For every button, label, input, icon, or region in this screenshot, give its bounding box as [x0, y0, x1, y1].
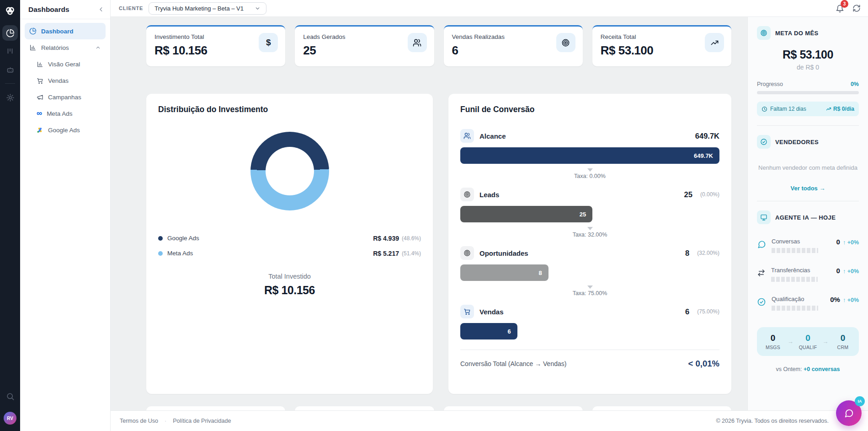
megaphone-icon — [37, 94, 43, 101]
legend-row-meta-ads: Meta Ads R$ 5.217 (51.4%) — [158, 246, 421, 261]
check-circle-icon — [757, 135, 771, 149]
rail-divider — [5, 83, 15, 84]
privacy-link[interactable]: Política de Privacidade — [173, 418, 231, 424]
icon-rail: RV — [0, 0, 20, 431]
right-panel: META DO MÊS R$ 53.100 de R$ 0 Progresso … — [747, 17, 868, 410]
clipped-card — [146, 406, 285, 410]
trend-up-icon — [705, 33, 724, 52]
ai-pipeline-summary: 0 MSGS → 0 QUALIF → 0 CRM — [757, 327, 859, 356]
clipped-card — [592, 406, 731, 410]
conversion-funnel-card: Funil de Conversão Alcance 649.7K 649.7K… — [448, 94, 731, 394]
funnel-stage-oportunidades: Oportunidades 8 (32.00%) 8 Taxa: 75.00% — [460, 246, 719, 296]
dashboard-rail-pie-chart-icon[interactable] — [2, 25, 18, 41]
investment-distribution-card: Distribuição do Investimento Google Ads … — [146, 94, 433, 394]
vs-yesterday: vs Ontem: +0 conversas — [757, 366, 859, 372]
arrow-right-icon: → — [788, 338, 793, 345]
google-ads-dot — [158, 236, 163, 241]
sidebar-item-visao-geral[interactable]: Visão Geral — [25, 56, 106, 72]
funnel-stage-vendas: Vendas 6 (75.00%) 6 — [460, 305, 719, 339]
funnel-bar-leads: 25 — [460, 206, 592, 222]
sellers-empty-message: Nenhum vendedor com meta definida — [757, 164, 859, 171]
total-invested-value: R$ 10.156 — [158, 284, 421, 297]
ai-agent-heading: AGENTE IA — HOJE — [775, 214, 836, 221]
meta-logo-icon: ∞ — [37, 110, 42, 117]
segmented-progress-bar — [772, 248, 818, 253]
taxa-leads: Taxa: 32.00% — [460, 227, 719, 238]
kpi-card-receita-total: Receita Total R$ 53.100 — [592, 25, 731, 66]
progress-bar — [757, 91, 859, 94]
progress-label: Progresso — [757, 81, 783, 87]
refresh-icon[interactable] — [852, 4, 861, 12]
app-window: RV Dashboards Dashboard Relatórios — [0, 0, 868, 431]
triangle-down-icon — [587, 168, 593, 172]
sidebar-collapse-chevron-left-icon[interactable] — [98, 6, 105, 13]
terms-link[interactable]: Termos de Uso — [120, 418, 158, 424]
kpi-card-investimento-total: Investimento Total R$ 10.156 $ — [146, 25, 285, 66]
divider — [757, 125, 859, 126]
notifications-bell-icon[interactable]: 3 — [836, 4, 844, 13]
sidebar: Dashboards Dashboard Relatórios Visão Ge… — [20, 0, 111, 431]
settings-gear-icon[interactable] — [2, 90, 18, 105]
triangle-down-icon — [587, 227, 593, 230]
funnel-stage-leads: Leads 25 (0.00%) 25 Taxa: 32.00% — [460, 188, 719, 238]
kpi-row: Investimento Total R$ 10.156 $ Leads Ger… — [146, 25, 731, 66]
target-icon — [460, 246, 474, 260]
robot-rail-icon[interactable] — [2, 62, 18, 77]
chat-icon — [844, 408, 854, 418]
cart-icon — [460, 305, 474, 318]
progress-percent: 0% — [851, 81, 859, 87]
kanban-rail-icon[interactable] — [2, 43, 18, 59]
kpi-card-leads-gerados: Leads Gerados 25 — [295, 25, 434, 66]
user-avatar[interactable]: RV — [4, 412, 16, 425]
users-icon — [408, 33, 427, 52]
swap-arrows-icon — [757, 269, 766, 277]
sidebar-item-vendas[interactable]: Vendas — [25, 72, 106, 89]
sidebar-item-dashboard[interactable]: Dashboard — [25, 23, 106, 39]
tryvia-logo-icon[interactable] — [5, 5, 16, 16]
check-circle-icon — [757, 297, 766, 307]
pipeline-msgs: 0 MSGS — [762, 333, 783, 350]
clock-icon — [761, 106, 767, 112]
taxa-alcance: Taxa: 0.00% — [460, 168, 719, 179]
see-all-link[interactable]: Ver todos → — [757, 185, 859, 192]
sidebar-item-relatorios[interactable]: Relatórios — [25, 39, 106, 56]
sidebar-item-campanhas[interactable]: Campanhas — [25, 89, 106, 105]
sidebar-title: Dashboards — [28, 5, 69, 14]
segmented-progress-bar — [771, 277, 818, 282]
ai-row-transferencias: Transferências 0 ↑ +0% — [757, 267, 859, 282]
funnel-bar-vendas: 6 — [460, 323, 517, 339]
funnel-card-title: Funil de Conversão — [460, 105, 719, 114]
notification-count-badge: 3 — [841, 0, 848, 8]
sidebar-item-meta-ads[interactable]: ∞ Meta Ads — [25, 105, 106, 122]
users-icon — [460, 129, 474, 143]
monthly-goal-target: de R$ 0 — [757, 64, 859, 71]
sellers-heading: VENDEDORES — [775, 139, 819, 145]
trend-up-icon — [826, 106, 831, 112]
search-icon[interactable] — [2, 388, 18, 404]
arrow-right-icon: → — [822, 338, 828, 345]
clipped-card-row — [146, 406, 731, 410]
footer: Termos de Uso · Política de Privacidade … — [111, 410, 868, 431]
footer-separator: · — [165, 418, 166, 424]
main-content: Investimento Total R$ 10.156 $ Leads Ger… — [111, 17, 747, 410]
divider — [460, 350, 719, 350]
ai-row-conversas: Conversas 0 ↑ +0% — [757, 238, 859, 253]
cart-icon — [37, 77, 43, 84]
investment-legend: Google Ads R$ 4.939 (48.6%) Meta Ads R$ … — [158, 231, 421, 261]
investment-card-title: Distribuição do Investimento — [158, 105, 421, 114]
pipeline-qualif: 0 QUALIF — [798, 333, 819, 350]
monthly-goal-heading: META DO MÊS — [775, 30, 819, 37]
taxa-oportunidades: Taxa: 75.00% — [460, 286, 719, 296]
funnel-bar-oportunidades: 8 — [460, 264, 548, 281]
sidebar-item-google-ads[interactable]: Google Ads — [25, 122, 106, 138]
monthly-goal-value: R$ 53.100 — [757, 48, 859, 61]
legend-row-google-ads: Google Ads R$ 4.939 (48.6%) — [158, 231, 421, 246]
bar-chart-icon — [29, 44, 37, 51]
clipped-card — [444, 406, 583, 410]
dollar-icon: $ — [259, 33, 278, 52]
meta-ads-dot — [158, 251, 163, 256]
funnel-stage-alcance: Alcance 649.7K 649.7K Taxa: 0.00% — [460, 129, 719, 179]
chevron-up-icon — [95, 45, 101, 51]
triangle-down-icon — [587, 286, 593, 289]
client-selector[interactable]: Tryvia Hub Marketing – Beta – V1 — [149, 2, 266, 15]
